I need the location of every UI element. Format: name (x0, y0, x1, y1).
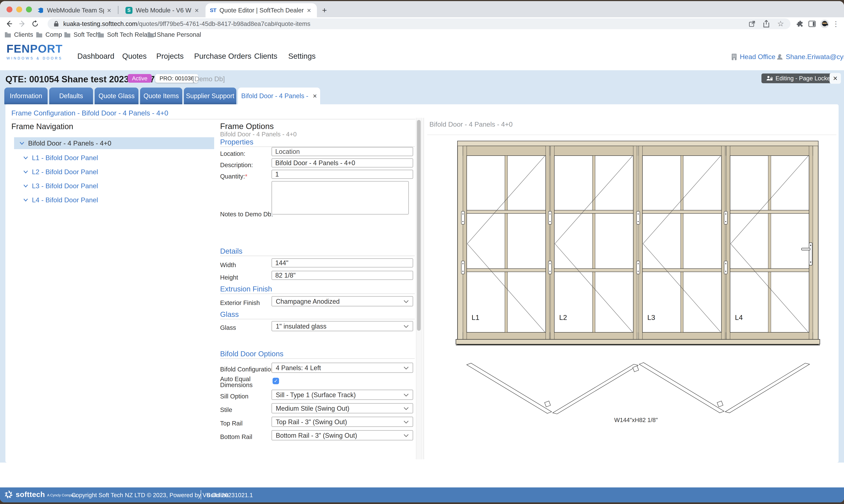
folder-icon (36, 32, 43, 38)
location-label: Location: (220, 150, 245, 157)
extensions-puzzle-icon[interactable] (795, 19, 805, 29)
glass-label: Glass (220, 324, 236, 331)
auto-equal-dimensions-checkbox[interactable]: ✓ (272, 378, 279, 384)
nav-projects[interactable]: Projects (156, 52, 184, 60)
tab-close-icon[interactable]: × (107, 7, 111, 14)
tab-title: WebModule Team Sprint 22 - 2 (47, 7, 104, 14)
reload-icon[interactable] (30, 19, 40, 29)
tab-defaults[interactable]: Defaults (49, 88, 93, 104)
nav-quotes[interactable]: Quotes (122, 52, 146, 60)
tab-supplier-support[interactable]: Supplier Support (184, 88, 236, 104)
section-details: Details (220, 247, 243, 255)
softtech-logo: softtech A Cyncly Company (4, 490, 77, 499)
form-scrollbar[interactable] (416, 118, 422, 459)
height-field[interactable] (271, 271, 413, 280)
mac-minimize-button[interactable] (16, 6, 22, 13)
bottom-rail-label: Bottom Rail (220, 433, 252, 440)
fenport-logo[interactable]: FENPORT WINDOWS & DOORS (6, 42, 63, 60)
app-header: FENPORT WINDOWS & DOORS Dashboard Quotes… (0, 39, 844, 70)
tab-close-icon[interactable]: × (195, 7, 199, 14)
notes-field[interactable] (271, 181, 409, 215)
description-field[interactable] (271, 158, 413, 167)
mac-zoom-button[interactable] (26, 6, 32, 13)
panel-divider (423, 118, 424, 459)
browser-tab-2[interactable]: S Web Module - V6 Web Module × (121, 3, 211, 17)
sill-option-select[interactable]: Sill - Type 1 (Surface Track) (271, 390, 413, 400)
close-quote-button[interactable]: × (830, 73, 841, 84)
mac-close-button[interactable] (6, 6, 13, 13)
tree-item-l4[interactable]: L4 - Bifold Door Panel (23, 194, 98, 206)
quantity-field[interactable] (271, 170, 413, 179)
nav-settings[interactable]: Settings (288, 52, 316, 60)
tab-title: Quote Editor | SoftTech Dealer (219, 7, 303, 14)
tree-root-item[interactable]: Bifold Door - 4 Panels - 4+0 (14, 137, 214, 149)
exterior-finish-select[interactable]: Champagne Anodized (271, 296, 413, 306)
tree-item-l2[interactable]: L2 - Bifold Door Panel (23, 166, 98, 178)
chevron-down-icon (23, 170, 28, 174)
profile-avatar[interactable] (820, 19, 829, 29)
project-badge[interactable]: PRO: 001036 (155, 74, 198, 83)
lock-icon (54, 20, 59, 27)
tab-quote-items[interactable]: Quote Items (140, 88, 182, 104)
browser-tab-1[interactable]: WebModule Team Sprint 22 - 2 × (32, 3, 123, 17)
panel-label-l3: L3 (647, 313, 655, 321)
width-field[interactable] (271, 258, 413, 268)
azure-devops-icon (37, 7, 44, 14)
tree-item-l3[interactable]: L3 - Bifold Door Panel (23, 180, 98, 192)
bottom-rail-select[interactable]: Bottom Rail - 3" (Swing Out) (271, 430, 413, 440)
nav-clients[interactable]: Clients (254, 52, 277, 60)
new-tab-button[interactable]: + (315, 3, 334, 17)
description-label: Description: (220, 162, 253, 168)
width-label: Width (220, 262, 236, 269)
browser-tab-active[interactable]: ST Quote Editor | SoftTech Dealer × (206, 3, 317, 17)
top-rail-label: Top Rail (220, 420, 243, 427)
app-footer: softtech A Cyncly Company Copyright Soft… (0, 487, 844, 502)
bookmark-comp[interactable]: Comp (36, 30, 62, 39)
glass-select[interactable]: 1" insulated glass (271, 321, 413, 331)
bookmark-star-icon[interactable]: ☆ (777, 20, 784, 27)
frame-nav-heading: Frame Navigation (11, 122, 73, 131)
chevron-down-icon (403, 407, 409, 410)
open-in-new-icon[interactable] (749, 20, 756, 28)
user-icon (777, 54, 783, 60)
location-field[interactable] (271, 147, 413, 156)
tab-quote-glass[interactable]: Quote Glass (95, 88, 138, 104)
auto-equal-dimensions-label: Auto Equal Dimensions (220, 376, 253, 388)
url-bar[interactable]: kuaka-testing.softtech.com/quotes/9ff79b… (48, 18, 790, 29)
tab-frame-active[interactable]: Bifold Door - 4 Panels - 4+0 × (238, 88, 320, 104)
tab-divider (118, 6, 119, 14)
stile-select[interactable]: Medium Stile (Swing Out) (271, 403, 413, 413)
tree-item-l1[interactable]: L1 - Bifold Door Panel (23, 152, 98, 164)
url-domain: kuaka-testing.softtech.com (63, 20, 137, 28)
page-locked-button[interactable]: Editing - Page Locked (761, 73, 839, 83)
frame-config-breadcrumb[interactable]: Frame Configuration - Bifold Door - 4 Pa… (11, 109, 168, 117)
nav-purchase-orders[interactable]: Purchase Orders (194, 52, 251, 60)
tab-information[interactable]: Information (4, 88, 48, 104)
tab-close-icon[interactable]: × (307, 7, 311, 14)
chevron-down-icon (23, 198, 28, 201)
exterior-finish-label: Exterior Finish (220, 299, 260, 306)
chevron-down-icon (403, 300, 409, 303)
user-menu[interactable]: Shane.Eriwata@cyncly.com ▾ (777, 53, 844, 61)
forward-icon[interactable] (17, 19, 27, 29)
back-icon[interactable] (4, 19, 14, 29)
folder-icon (4, 32, 11, 38)
bifold-configuration-select[interactable]: 4 Panels: 4 Left (271, 363, 413, 373)
nav-dashboard[interactable]: Dashboard (77, 52, 114, 60)
office-selector[interactable]: Head Office ▾ (731, 53, 780, 61)
share-icon[interactable] (763, 20, 770, 28)
required-icon: * (245, 173, 247, 180)
kebab-menu-icon[interactable]: ⋮ (831, 19, 841, 29)
tab-close-icon[interactable]: × (313, 88, 317, 104)
browser-toolbar: kuaka-testing.softtech.com/quotes/9ff79b… (0, 17, 844, 30)
frame-options-subtitle: Bifold Door - 4 Panels - 4+0 (220, 131, 297, 138)
side-panel-icon[interactable] (807, 19, 817, 29)
bookmark-shane-personal[interactable]: Shane Personal (147, 30, 201, 39)
top-rail-select[interactable]: Top Rail - 3" (Swing Out) (271, 417, 413, 427)
bookmark-clients[interactable]: Clients (4, 30, 33, 39)
folder-icon (97, 32, 104, 38)
sill-option-label: Sill Option (220, 393, 248, 400)
notes-label: Notes to Demo Db: (220, 211, 273, 218)
bookmark-soft-tech[interactable]: Soft Tech (64, 30, 99, 39)
scrollbar-thumb[interactable] (417, 120, 421, 331)
